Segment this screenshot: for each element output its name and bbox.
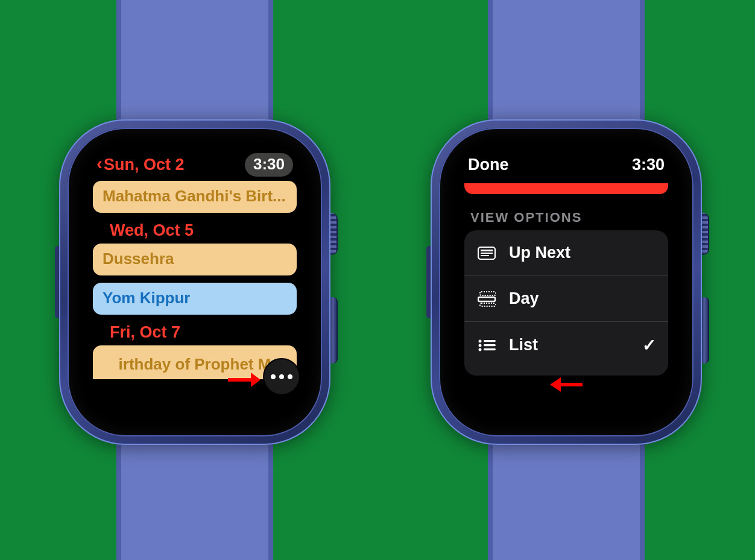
clock: 3:30 xyxy=(245,153,293,177)
chevron-left-icon: ‹ xyxy=(96,154,103,175)
option-label: Up Next xyxy=(509,244,570,262)
event-title: irthday of Prophet M xyxy=(119,355,271,373)
day-header: Fri, Oct 7 xyxy=(110,323,297,342)
option-day[interactable]: Day xyxy=(464,276,668,322)
svg-point-11 xyxy=(479,344,482,347)
watch-right-view-options: Done 3:30 New Event VIEW OPTIONS xyxy=(431,119,702,445)
event-title: Mahatma Gandhi's Birt... xyxy=(103,187,286,205)
svg-rect-5 xyxy=(481,255,489,256)
checkmark-icon: ✓ xyxy=(642,335,656,355)
screen: ‹ Sun, Oct 2 3:30 Mahatma Gandhi's Birt.… xyxy=(82,142,308,422)
list-item[interactable]: Yom Kippur xyxy=(93,283,297,315)
section-header: VIEW OPTIONS xyxy=(470,210,668,225)
clock: 3:30 xyxy=(632,156,665,174)
svg-rect-6 xyxy=(480,292,496,295)
svg-rect-3 xyxy=(481,250,493,251)
done-button[interactable]: Done xyxy=(468,156,509,174)
more-button[interactable] xyxy=(264,359,299,394)
new-event-label: New Event xyxy=(528,183,604,187)
option-list[interactable]: List ✓ xyxy=(464,322,668,376)
back-button[interactable]: ‹ Sun, Oct 2 xyxy=(96,154,185,175)
status-bar: ‹ Sun, Oct 2 3:30 xyxy=(93,149,297,180)
svg-rect-4 xyxy=(481,253,493,254)
svg-rect-8 xyxy=(480,303,496,306)
option-label: Day xyxy=(509,289,539,308)
option-up-next[interactable]: Up Next xyxy=(464,230,668,276)
status-bar: Done 3:30 xyxy=(464,149,668,180)
day-icon xyxy=(476,291,497,307)
header-date: Sun, Oct 2 xyxy=(104,156,185,174)
svg-rect-10 xyxy=(484,340,496,342)
svg-rect-7 xyxy=(478,297,495,301)
day-header: Wed, Oct 5 xyxy=(110,221,297,240)
upnext-icon xyxy=(476,247,497,260)
list-icon xyxy=(476,339,497,352)
event-title: Yom Kippur xyxy=(103,289,190,307)
event-title: Dussehra xyxy=(103,250,174,268)
option-label: List xyxy=(509,336,538,354)
list-item[interactable]: Dussehra xyxy=(93,244,297,275)
ellipsis-icon xyxy=(271,374,292,379)
new-event-button[interactable]: New Event xyxy=(464,183,668,194)
svg-rect-14 xyxy=(484,348,496,350)
side-button[interactable] xyxy=(329,297,338,363)
list-item[interactable]: Mahatma Gandhi's Birt... xyxy=(93,181,297,213)
view-options-list: Up Next Day xyxy=(464,230,668,376)
svg-point-13 xyxy=(479,348,482,351)
svg-point-9 xyxy=(479,339,482,342)
screen: Done 3:30 New Event VIEW OPTIONS xyxy=(453,142,679,422)
svg-rect-12 xyxy=(484,344,496,346)
side-button[interactable] xyxy=(701,297,709,363)
watch-left-calendar: ‹ Sun, Oct 2 3:30 Mahatma Gandhi's Birt.… xyxy=(59,119,330,445)
